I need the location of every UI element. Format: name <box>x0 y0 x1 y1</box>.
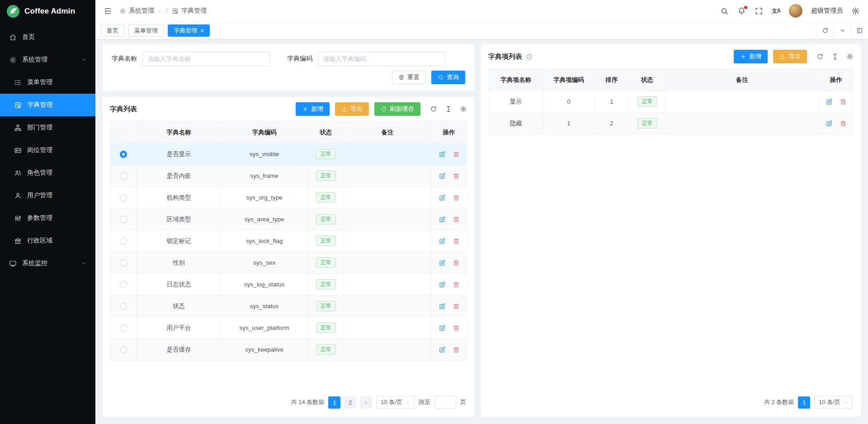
dict-item-table-row[interactable]: 隐藏12正常 <box>489 113 854 134</box>
dict-table-row[interactable]: 是否内嵌sys_frame正常 <box>110 165 467 187</box>
edit-icon[interactable] <box>439 172 446 180</box>
row-select-radio[interactable] <box>120 172 127 180</box>
page-button-1[interactable]: 1 <box>328 396 340 409</box>
dict-table-row[interactable]: 区域类型sys_area_type正常 <box>110 209 467 230</box>
row-select-radio[interactable] <box>120 259 127 267</box>
row-select-radio[interactable] <box>120 194 127 201</box>
edit-icon[interactable] <box>439 346 446 353</box>
translate-icon[interactable]: 文A <box>772 7 780 15</box>
edit-icon[interactable] <box>439 324 446 332</box>
page-size-select[interactable]: 10 条/页 <box>376 396 415 409</box>
jump-page-input[interactable] <box>434 396 456 409</box>
refresh-cache-button[interactable]: 刷新缓存 <box>374 102 420 116</box>
density-icon[interactable] <box>831 53 839 60</box>
sidebar-item-param[interactable]: 参数管理 <box>0 207 95 229</box>
delete-icon[interactable] <box>453 281 460 288</box>
tab-home[interactable]: 首页 <box>101 24 124 37</box>
sidebar-item-system[interactable]: 系统管理 <box>0 48 95 71</box>
page-size-value: 10 条/页 <box>819 398 840 406</box>
query-button[interactable]: 查询 <box>431 71 465 84</box>
dict-table-row[interactable]: 日志状态sys_log_status正常 <box>110 274 467 295</box>
row-select-radio[interactable] <box>120 346 127 353</box>
tab-menu[interactable]: 菜单管理 <box>128 24 164 37</box>
delete-icon[interactable] <box>453 194 460 201</box>
delete-icon[interactable] <box>453 238 460 245</box>
row-select-radio[interactable] <box>120 324 127 332</box>
export-dict-item-button[interactable]: 导出 <box>773 50 807 63</box>
settings-gear-icon[interactable] <box>851 7 860 15</box>
total-count: 共 2 条数据 <box>764 398 794 406</box>
column-settings-icon[interactable] <box>460 105 467 113</box>
delete-icon[interactable] <box>453 259 460 267</box>
edit-icon[interactable] <box>439 238 446 245</box>
edit-icon[interactable] <box>439 259 446 267</box>
content-fullscreen-button[interactable] <box>851 22 868 39</box>
delete-icon[interactable] <box>453 324 460 332</box>
delete-icon[interactable] <box>453 346 460 353</box>
close-icon[interactable]: × <box>200 28 204 34</box>
row-select-radio[interactable] <box>120 238 127 245</box>
dict-table-row[interactable]: 机构类型sys_org_type正常 <box>110 187 467 209</box>
tab-dict[interactable]: 字典管理× <box>168 24 210 37</box>
sidebar-item-role[interactable]: 角色管理 <box>0 162 95 184</box>
add-dict-button[interactable]: 新增 <box>296 102 330 116</box>
refresh-table-icon[interactable] <box>430 105 437 113</box>
search-icon[interactable] <box>720 7 729 15</box>
breadcrumb-dict[interactable]: 字典管理 <box>172 7 207 15</box>
refresh-table-icon[interactable] <box>816 53 824 60</box>
sidebar-item-menu[interactable]: 菜单管理 <box>0 71 95 94</box>
page-size-select[interactable]: 10 条/页 <box>814 396 853 409</box>
dict-table-row[interactable]: 状态sys_status正常 <box>110 295 467 317</box>
delete-icon[interactable] <box>453 216 460 223</box>
dict-table-row[interactable]: 是否缓存sys_keepalive正常 <box>110 339 467 361</box>
notifications-button[interactable] <box>737 7 746 15</box>
sidebar-item-home[interactable]: 首页 <box>0 26 95 48</box>
dict-item-table-row[interactable]: 显示01正常 <box>489 91 854 113</box>
dict-code-input[interactable] <box>318 52 445 66</box>
user-name[interactable]: 超级管理员 <box>811 7 843 15</box>
edit-icon[interactable] <box>826 98 833 105</box>
sidebar-item-monitor[interactable]: 系统监控 <box>0 252 95 275</box>
page-button-1[interactable]: 1 <box>798 396 810 409</box>
tab-actions-dropdown[interactable] <box>834 22 851 39</box>
edit-icon[interactable] <box>439 303 446 310</box>
sidebar-item-dict[interactable]: 字典管理 <box>0 94 95 116</box>
delete-icon[interactable] <box>453 303 460 310</box>
refresh-tab-button[interactable] <box>816 22 834 39</box>
sidebar-item-user[interactable]: 用户管理 <box>0 184 95 207</box>
dict-table-row[interactable]: 锁定标记sys_lock_flag正常 <box>110 230 467 252</box>
menu-fold-icon[interactable] <box>104 7 112 15</box>
sidebar-item-dept[interactable]: 部门管理 <box>0 116 95 139</box>
fullscreen-icon[interactable] <box>755 7 763 15</box>
density-icon[interactable] <box>445 105 452 113</box>
avatar[interactable] <box>789 4 802 18</box>
dict-name-input[interactable] <box>142 52 270 66</box>
edit-icon[interactable] <box>439 194 446 201</box>
next-page-button[interactable] <box>360 396 372 409</box>
row-select-radio[interactable] <box>120 281 127 288</box>
dict-table-row[interactable]: 用户平台sys_user_platform正常 <box>110 317 467 339</box>
column-settings-icon[interactable] <box>846 53 854 60</box>
delete-icon[interactable] <box>453 172 460 180</box>
export-dict-button[interactable]: 导出 <box>335 102 369 116</box>
reset-button[interactable]: 重置 <box>392 71 426 84</box>
delete-icon[interactable] <box>840 120 847 127</box>
dict-table-row[interactable]: 性别sys_sex正常 <box>110 252 467 274</box>
status-badge: 正常 <box>316 279 336 290</box>
edit-icon[interactable] <box>439 281 446 288</box>
edit-icon[interactable] <box>439 216 446 223</box>
row-select-radio[interactable] <box>120 216 127 223</box>
jump-suffix: 页 <box>460 398 466 406</box>
breadcrumb-system[interactable]: 系统管理 <box>119 7 162 15</box>
sidebar-item-post[interactable]: 岗位管理 <box>0 139 95 162</box>
edit-icon[interactable] <box>439 151 446 158</box>
edit-icon[interactable] <box>826 120 833 127</box>
row-select-radio[interactable] <box>120 303 127 310</box>
delete-icon[interactable] <box>840 98 847 105</box>
add-dict-item-button[interactable]: 新增 <box>734 50 768 63</box>
sidebar-item-region[interactable]: 行政区域 <box>0 229 95 252</box>
row-select-radio[interactable] <box>120 151 127 158</box>
delete-icon[interactable] <box>453 151 460 158</box>
dict-table-row[interactable]: 是否显示sys_visible正常 <box>110 143 467 165</box>
page-button-2[interactable]: 2 <box>344 396 356 409</box>
